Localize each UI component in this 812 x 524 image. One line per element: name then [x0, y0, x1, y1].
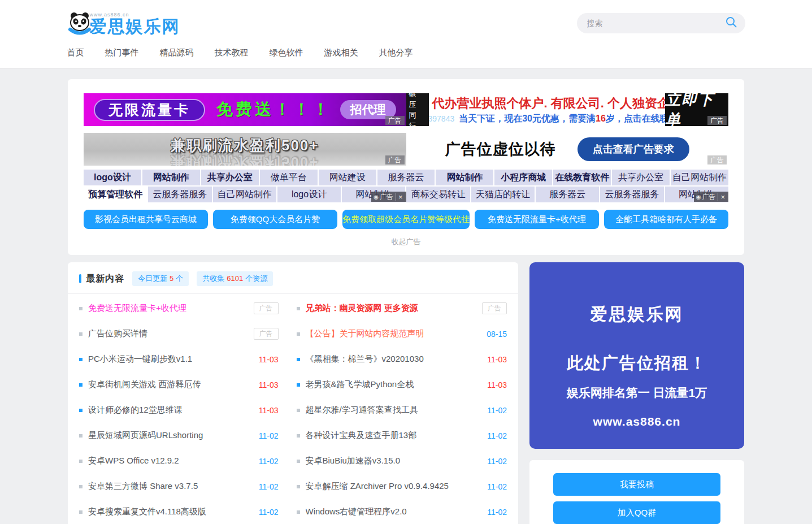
- close-icon[interactable]: ×: [396, 193, 405, 201]
- ad-tag-link[interactable]: 商标交易转让: [406, 187, 470, 202]
- bullet-icon: [79, 383, 82, 387]
- list-item[interactable]: 老男孩&路飞学城Python全栈 11-03: [297, 372, 507, 397]
- list-item-title[interactable]: 免费送无限流量卡+收代理: [88, 303, 248, 314]
- list-item-title[interactable]: 兄弟站：幽灵资源网 更多资源: [306, 303, 477, 314]
- bullet-icon: [297, 460, 300, 463]
- license-ad-banner[interactable]: 碾 压 同 行 代办营业执照个体户. 有限公司. 个人独资企业 QQ397843…: [406, 93, 729, 126]
- view-ad-requirements-button[interactable]: 点击查看广告要求: [577, 137, 689, 161]
- list-item-title[interactable]: 超星尔雅/学习通答案查找工具: [306, 405, 482, 415]
- ad-info-icon: ◉: [696, 194, 701, 200]
- list-item-title[interactable]: PC小米运动一键刷步数v1.1: [88, 354, 253, 365]
- list-item-title[interactable]: 安卓搜索重复文件v4.118高级版: [88, 506, 253, 517]
- section-title: 最新内容: [86, 273, 124, 285]
- list-item-date: 08-15: [487, 330, 507, 339]
- list-item[interactable]: 广告位购买详情 广告: [79, 321, 279, 347]
- list-item[interactable]: 【公告】关于网站内容规范声明 08-15: [297, 321, 507, 347]
- list-item-title[interactable]: 安卓BiuBiu加速器v3.15.0: [306, 456, 482, 466]
- list-item-title[interactable]: 各种设计宝典及速查手册13部: [306, 430, 482, 441]
- list-item[interactable]: 免费送无限流量卡+收代理 广告: [79, 296, 279, 321]
- nav-item-hot[interactable]: 热门事件: [105, 47, 139, 58]
- list-item-title[interactable]: 广告位购买详情: [88, 328, 248, 339]
- title-accent-bar: [79, 274, 81, 283]
- ad-tag-link[interactable]: 自己网站制作: [213, 187, 276, 202]
- search-input[interactable]: [587, 19, 725, 28]
- ad-badge: 广告: [254, 328, 279, 340]
- ad-tag-link[interactable]: logo设计: [277, 187, 341, 202]
- bullet-icon: [79, 510, 82, 514]
- list-item-title[interactable]: 安卓WPS Office v12.9.2: [88, 456, 253, 466]
- latest-content-card: 最新内容 今日更新5个 共收集6101个资源 免费送无限流量卡+收代理 广告: [68, 262, 518, 524]
- flow-card-ad-banner[interactable]: 无限流量卡 免费送！！！ 招代理 广告: [84, 93, 406, 126]
- list-item[interactable]: 安卓WPS Office v12.9.2 11-02: [79, 448, 279, 474]
- list-item[interactable]: Windows右键管理程序v2.0 11-02: [297, 499, 507, 524]
- list-item-title[interactable]: Windows右键管理程序v2.0: [306, 506, 482, 517]
- search-box[interactable]: [577, 13, 745, 33]
- list-item-date: 11-02: [487, 482, 507, 491]
- nav-item-source[interactable]: 精品源码: [160, 47, 194, 58]
- submit-post-button[interactable]: 我要投稿: [553, 473, 720, 496]
- ad-tag-link[interactable]: 预算管理软件: [84, 187, 147, 202]
- ad-tag-link[interactable]: 云服务器服务: [600, 187, 663, 202]
- list-item-title[interactable]: 《黑相集：棉兰号》v20201030: [306, 354, 482, 365]
- nav-item-software[interactable]: 绿色软件: [270, 47, 303, 58]
- parttime-ad-banner[interactable]: 兼职刷流水盈利500+ 兼职刷流水盈利500+ 广告: [84, 133, 406, 166]
- list-item-date: 11-03: [259, 355, 279, 364]
- ad-tag-link[interactable]: 网站建设: [319, 170, 376, 185]
- site-logo[interactable]: www.as886.cn 爱思娱乐网: [67, 11, 180, 36]
- collapse-ads-link[interactable]: 收起广告: [84, 229, 728, 254]
- ad-tag-link[interactable]: 天猫店的转让: [471, 187, 535, 202]
- ad-tag-link[interactable]: 服务器云: [377, 170, 435, 185]
- search-icon[interactable]: [725, 16, 737, 31]
- join-qq-group-button[interactable]: 加入QQ群: [553, 501, 720, 524]
- ad-info-close-control[interactable]: ◉ 广告 ×: [694, 192, 728, 202]
- ad-corner-label: 广告: [707, 155, 727, 164]
- list-item[interactable]: 安卓BiuBiu加速器v3.15.0 11-02: [297, 448, 507, 474]
- close-icon[interactable]: ×: [718, 193, 727, 201]
- list-item[interactable]: 安卓搜索重复文件v4.118高级版 11-02: [79, 499, 279, 524]
- ad-section: 无限流量卡 免费送！！！ 招代理 广告 碾 压 同 行 代办营业执照个体户. 有…: [68, 79, 744, 255]
- ad-tag-link[interactable]: 网站制作: [142, 170, 200, 185]
- list-item-title[interactable]: 【公告】关于网站内容规范声明: [306, 328, 481, 339]
- ad-tag-link[interactable]: 云服务器服务: [148, 187, 211, 202]
- list-item[interactable]: 安卓解压缩 ZArchiver Pro v0.9.4.9425 11-02: [297, 474, 507, 499]
- list-item[interactable]: PC小米运动一键刷步数v1.1 11-03: [79, 347, 279, 372]
- list-item-title[interactable]: 星辰短域网页源码URLshorting: [88, 430, 253, 441]
- list-item-title[interactable]: 设计师必修的12堂思维课: [88, 405, 253, 415]
- ad-tag-link[interactable]: 在线教育软件: [553, 170, 611, 185]
- list-item[interactable]: 超星尔雅/学习通答案查找工具 11-02: [297, 397, 507, 423]
- list-item-title[interactable]: 安卓解压缩 ZArchiver Pro v0.9.4.9425: [306, 481, 482, 492]
- ad-info-close-control[interactable]: ◉ 广告 ×: [371, 192, 406, 202]
- list-item-title[interactable]: 安卓街机闯关游戏 西游释厄传: [88, 379, 253, 390]
- ad-tag-link[interactable]: 自己网站制作: [671, 170, 728, 185]
- list-item-title[interactable]: 老男孩&路飞学城Python全栈: [306, 379, 482, 390]
- quick-ad-button-flow-card[interactable]: 免费送无限流量卡+收代理: [475, 210, 599, 229]
- ad-tag-link[interactable]: 小程序商城: [494, 170, 552, 185]
- list-item[interactable]: 各种设计宝典及速查手册13部 11-02: [297, 423, 507, 448]
- ad-tag-link[interactable]: 共享办公室: [201, 170, 259, 185]
- ad-tag-link[interactable]: 做单平台: [260, 170, 318, 185]
- nav-item-home[interactable]: 首页: [67, 47, 84, 58]
- ad-info-icon: ◉: [374, 194, 379, 200]
- nav-item-tutorial[interactable]: 技术教程: [215, 47, 249, 58]
- quick-ad-button-toolbox[interactable]: 全能工具箱啥都有人手必备: [604, 210, 728, 229]
- ad-tag-link[interactable]: 服务器云: [536, 187, 599, 202]
- list-item[interactable]: 安卓街机闯关游戏 西游释厄传 11-03: [79, 372, 279, 397]
- quick-ad-button-super-vip[interactable]: 免费领取超级会员名片赞等级代挂: [342, 210, 470, 229]
- list-item[interactable]: 安卓第三方微博 Share v3.7.5 11-02: [79, 474, 279, 499]
- sidebar-promo-ad[interactable]: 爱思娱乐网 此处广告位招租！ 娱乐网排名第一 日流量1万 www.as886.c…: [529, 262, 744, 449]
- ad-tag-link[interactable]: 共享办公室: [612, 170, 670, 185]
- bullet-icon: [79, 332, 82, 336]
- today-update-badge: 今日更新5个: [132, 271, 189, 286]
- nav-item-other[interactable]: 其他分享: [379, 47, 413, 58]
- quick-ad-button-qq-vip[interactable]: 免费领QQ大会员名片赞: [213, 210, 337, 229]
- ad-tag-link[interactable]: logo设计: [84, 170, 141, 185]
- nav-item-game[interactable]: 游戏相关: [324, 47, 358, 58]
- list-item[interactable]: 《黑相集：棉兰号》v20201030 11-03: [297, 347, 507, 372]
- list-item[interactable]: 设计师必修的12堂思维课 11-03: [79, 397, 279, 423]
- site-name: 爱思娱乐网: [90, 18, 180, 36]
- list-item-title[interactable]: 安卓第三方微博 Share v3.7.5: [88, 481, 253, 492]
- list-item[interactable]: 兄弟站：幽灵资源网 更多资源 广告: [297, 296, 507, 321]
- ad-tag-link[interactable]: 网站制作: [436, 170, 493, 185]
- list-item[interactable]: 星辰短域网页源码URLshorting 11-02: [79, 423, 279, 448]
- quick-ad-button-movie-vip[interactable]: 影视会员出租共享号云商城: [84, 210, 208, 229]
